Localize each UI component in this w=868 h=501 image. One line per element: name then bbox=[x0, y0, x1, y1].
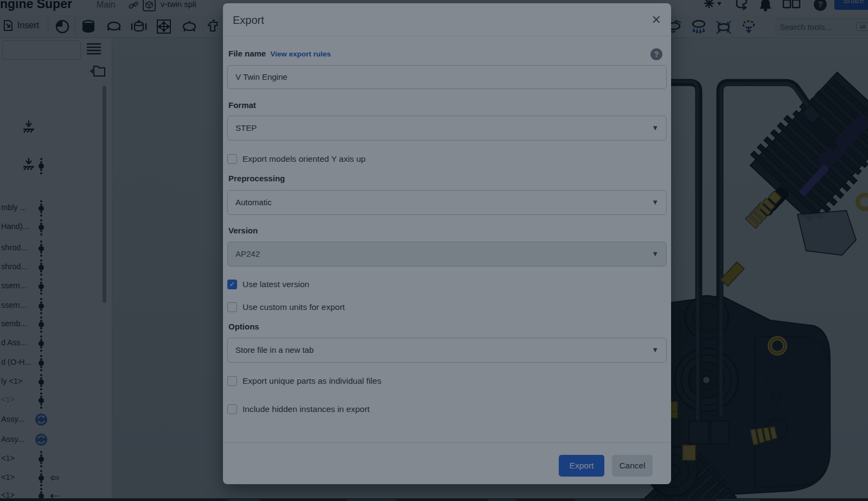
footer-divider bbox=[223, 442, 671, 443]
format-select[interactable]: STEP ▼ bbox=[227, 116, 667, 141]
unique-parts-checkbox[interactable] bbox=[227, 376, 237, 386]
latest-version-checkbox-row[interactable]: ✓ Use latest version bbox=[227, 279, 309, 290]
custom-units-checkbox-row[interactable]: Use custom units for export bbox=[227, 302, 345, 313]
dialog-title: Export bbox=[233, 14, 264, 27]
header-divider bbox=[223, 36, 671, 36]
version-value: AP242 bbox=[235, 249, 260, 258]
latest-version-checkbox[interactable]: ✓ bbox=[227, 280, 237, 289]
format-value: STEP bbox=[235, 123, 257, 132]
preprocessing-select[interactable]: Automatic ▼ bbox=[227, 190, 667, 215]
view-export-rules-link[interactable]: View export rules bbox=[270, 50, 331, 58]
preprocessing-value: Automatic bbox=[235, 198, 272, 207]
export-button[interactable]: Export bbox=[559, 455, 604, 477]
export-dialog: Export ✕ ? File nameView export rules V … bbox=[223, 3, 671, 484]
chevron-down-icon: ▼ bbox=[652, 191, 659, 214]
screen: ngine Super Main v-twin spli bbox=[0, 0, 868, 501]
preprocessing-label: Preprocessing bbox=[228, 174, 285, 183]
file-name-label-row: File nameView export rules bbox=[228, 49, 331, 58]
y-axis-checkbox[interactable] bbox=[227, 154, 237, 164]
dialog-help-icon[interactable]: ? bbox=[650, 48, 662, 60]
hidden-instances-checkbox[interactable] bbox=[227, 404, 237, 414]
version-select[interactable]: AP242 ▼ bbox=[227, 242, 667, 267]
y-axis-checkbox-label: Export models oriented Y axis up bbox=[242, 154, 366, 164]
y-axis-checkbox-row[interactable]: Export models oriented Y axis up bbox=[227, 154, 366, 164]
latest-version-checkbox-label: Use latest version bbox=[242, 280, 309, 289]
options-select[interactable]: Store file in a new tab ▼ bbox=[227, 338, 667, 363]
file-name-label: File name bbox=[228, 49, 266, 58]
cancel-button[interactable]: Cancel bbox=[612, 455, 653, 477]
chevron-down-icon: ▼ bbox=[652, 242, 659, 266]
hidden-instances-checkbox-label: Include hidden instances in export bbox=[242, 404, 369, 414]
close-icon[interactable]: ✕ bbox=[652, 13, 661, 27]
format-label: Format bbox=[228, 100, 256, 110]
custom-units-checkbox[interactable] bbox=[227, 302, 237, 312]
hidden-instances-checkbox-row[interactable]: Include hidden instances in export bbox=[227, 404, 369, 415]
options-label: Options bbox=[228, 322, 259, 331]
chevron-down-icon: ▼ bbox=[652, 338, 659, 362]
version-label: Version bbox=[228, 226, 258, 235]
unique-parts-checkbox-label: Export unique parts as individual files bbox=[242, 376, 381, 386]
options-value: Store file in a new tab bbox=[235, 345, 314, 354]
file-name-input[interactable]: V Twin Engine bbox=[227, 65, 667, 89]
unique-parts-checkbox-row[interactable]: Export unique parts as individual files bbox=[227, 376, 381, 386]
custom-units-checkbox-label: Use custom units for export bbox=[242, 302, 345, 312]
chevron-down-icon: ▼ bbox=[652, 116, 659, 140]
